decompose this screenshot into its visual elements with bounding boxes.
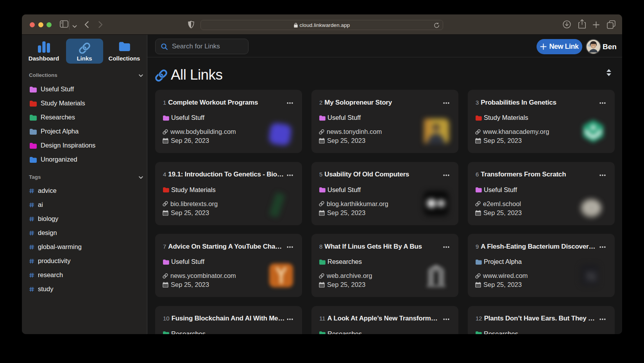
svg-text:NN: NN <box>588 205 595 211</box>
